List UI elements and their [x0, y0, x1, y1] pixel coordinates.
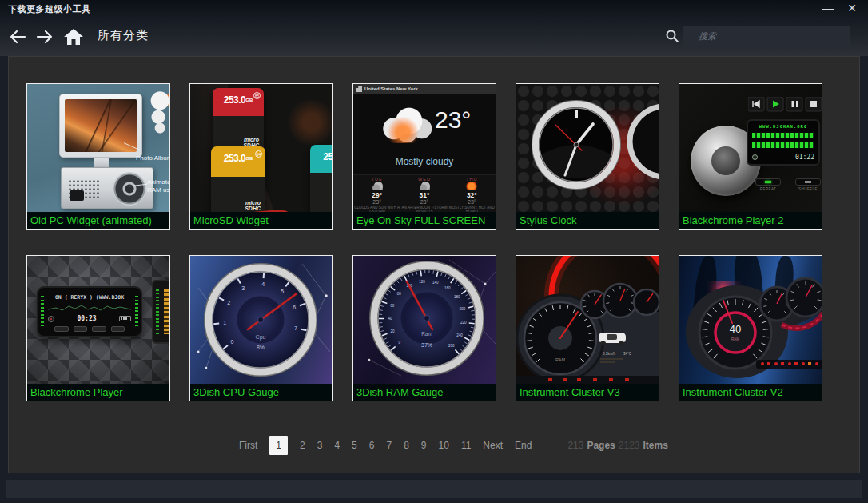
svg-text:4: 4: [261, 281, 265, 287]
svg-text:8%: 8%: [257, 345, 265, 350]
cluster-v3-thumbnail: RAM: [516, 256, 659, 384]
page-7[interactable]: 7: [386, 440, 392, 451]
page-2[interactable]: 2: [300, 440, 305, 451]
tile-instrument-cluster-v2[interactable]: 40 RAM: [679, 255, 822, 401]
svg-text:40: 40: [388, 317, 392, 321]
pause-button-icon: [786, 97, 802, 111]
grid-row-2: ON ( RERYX ) (WWW.DJOK 00:23: [26, 255, 843, 401]
close-button[interactable]: ✕: [841, 0, 863, 18]
svg-text:180: 180: [454, 295, 460, 299]
app-window: 下载更多超级小工具 — ✕ 所有分类: [0, 0, 868, 503]
svg-text:8.1km/h: 8.1km/h: [603, 352, 616, 356]
tile-3dish-ram-gauge[interactable]: 020406080100120140160180200220240260 Ram…: [352, 255, 496, 401]
page-1-current[interactable]: 1: [269, 436, 288, 455]
pagination: First 1 2 3 4 5 6 7 8 9 10 11 Next End 2…: [239, 436, 668, 455]
weather-thumbnail: United States,New York 23° Mostly cloudy…: [353, 84, 496, 212]
tile-blackchrome-player[interactable]: ON ( RERYX ) (WWW.DJOK 00:23: [26, 255, 170, 401]
sd-card-teal: 253.: [310, 145, 332, 212]
content-panel: Photo Album AnimatedRAM usage Old PC Wid…: [8, 56, 860, 473]
window-title: 下载更多超级小工具: [8, 3, 91, 15]
player2-thumbnail: WWW.DJOKAN.ORG 01:22 REPEAT: [679, 84, 822, 212]
svg-text:1: 1: [223, 320, 226, 325]
page-8[interactable]: 8: [404, 440, 409, 451]
svg-text:140: 140: [432, 281, 439, 285]
svg-text:160: 160: [444, 286, 451, 290]
tile-caption: Blackchrome Player: [27, 384, 169, 401]
page-4[interactable]: 4: [334, 440, 340, 451]
tile-microsd-widget[interactable]: 253.0GB 85 microSDHC 253.0GB 64 microSDH…: [189, 83, 333, 230]
tile-stylus-clock[interactable]: Stylus Clock: [516, 83, 659, 230]
stop-button-icon: [806, 97, 822, 111]
record-indicator-icon: [752, 154, 758, 160]
forward-arrow-icon[interactable]: [34, 26, 56, 48]
equalizer-bars: [752, 133, 814, 138]
tile-grid: Photo Album AnimatedRAM usage Old PC Wid…: [26, 83, 843, 427]
svg-text:3: 3: [241, 285, 245, 291]
cpu-gauge-graphic: 01234567 Cpu 8%: [190, 256, 332, 384]
tile-caption: MicroSD Widget: [190, 212, 332, 229]
tile-caption: Old PC Widget (animated): [27, 212, 169, 229]
tile-eye-on-sky[interactable]: United States,New York 23° Mostly cloudy…: [352, 83, 496, 230]
ram-gauge-thumbnail: 020406080100120140160180200220240260 Ram…: [353, 256, 496, 384]
tile-old-pc-widget[interactable]: Photo Album AnimatedRAM usage Old PC Wid…: [26, 83, 170, 230]
items-count: 2123: [619, 440, 640, 451]
page-3[interactable]: 3: [317, 440, 323, 451]
cluster-v2-graphic: 40 RAM: [679, 256, 822, 384]
waveform-graphic: [48, 302, 131, 313]
storm-icon: [419, 182, 430, 190]
tile-caption: Instrument Cluster V3: [516, 384, 659, 401]
svg-text:40: 40: [730, 323, 741, 335]
microsd-thumbnail: 253.0GB 85 microSDHC 253.0GB 64 microSDH…: [190, 84, 332, 212]
weather-location-bar: United States,New York: [353, 84, 496, 94]
player-buttons: [54, 326, 125, 332]
equalizer-bars: [752, 142, 814, 148]
svg-text:34°C: 34°C: [623, 352, 632, 356]
sd-card-yellow: 253.0GB 64 microSDHC: [211, 146, 265, 212]
condition-text: Mostly cloudy: [353, 156, 496, 167]
forecast-row: TUE 29° 23° CLOUDS AND SUN WITH A T-STOR…: [353, 174, 496, 212]
page-9[interactable]: 9: [421, 440, 427, 451]
svg-text:Cpu: Cpu: [256, 334, 266, 341]
category-title: 所有分类: [98, 28, 149, 43]
shuffle-switch: SHUFFLE: [794, 178, 822, 191]
svg-text:RAM: RAM: [555, 357, 566, 362]
svg-text:6: 6: [293, 305, 296, 310]
tile-caption: Stylus Clock: [516, 212, 659, 229]
page-11[interactable]: 11: [461, 440, 471, 451]
transport-buttons: [748, 97, 822, 116]
current-temp: 23°: [435, 106, 471, 134]
tile-3dish-cpu-gauge[interactable]: 01234567 Cpu 8% 3Dish CPU Gauge: [189, 255, 333, 401]
svg-text:20: 20: [391, 329, 396, 333]
forecast-day: TUE 29° 23° CLOUDS AND SUN WITH A T-STOR…: [353, 175, 400, 212]
player-time: 00:23: [77, 315, 96, 322]
minimize-button[interactable]: —: [817, 0, 839, 18]
tile-caption: Blackchrome Player 2: [679, 212, 822, 229]
photo-album-note: Photo Album: [136, 154, 169, 162]
search-box[interactable]: [683, 26, 850, 46]
tile-instrument-cluster-v3[interactable]: RAM: [516, 255, 659, 401]
titlebar: 下载更多超级小工具 — ✕: [0, 0, 868, 18]
page-end[interactable]: End: [515, 440, 532, 451]
page-next[interactable]: Next: [483, 440, 503, 451]
page-first[interactable]: First: [239, 440, 257, 451]
page-10[interactable]: 10: [439, 440, 449, 451]
svg-text:5: 5: [281, 289, 284, 294]
page-counts: 213 Pages 2123 Items: [567, 440, 667, 451]
page-6[interactable]: 6: [369, 440, 375, 451]
svg-text:2: 2: [227, 300, 230, 305]
page-5[interactable]: 5: [352, 440, 357, 451]
forecast-day: THU 32° 23° MOSTLY SUNNY, HOT AND HUMID: [448, 175, 496, 212]
home-icon[interactable]: [62, 26, 85, 48]
car-icon: [599, 333, 626, 345]
pages-count: 213: [567, 440, 583, 451]
fan-icon: [113, 172, 146, 206]
psu-graphic: [61, 167, 153, 209]
ram-usage-note: AnimatedRAM usage: [147, 178, 169, 195]
search-input[interactable]: [683, 26, 850, 46]
storm-icon: [372, 182, 383, 190]
tile-caption: 3Dish RAM Gauge: [353, 384, 496, 401]
tile-caption: 3Dish CPU Gauge: [190, 384, 332, 401]
back-arrow-icon[interactable]: [6, 26, 29, 48]
svg-text:0: 0: [231, 339, 234, 345]
tile-blackchrome-player-2[interactable]: WWW.DJOKAN.ORG 01:22 REPEAT: [679, 83, 822, 230]
